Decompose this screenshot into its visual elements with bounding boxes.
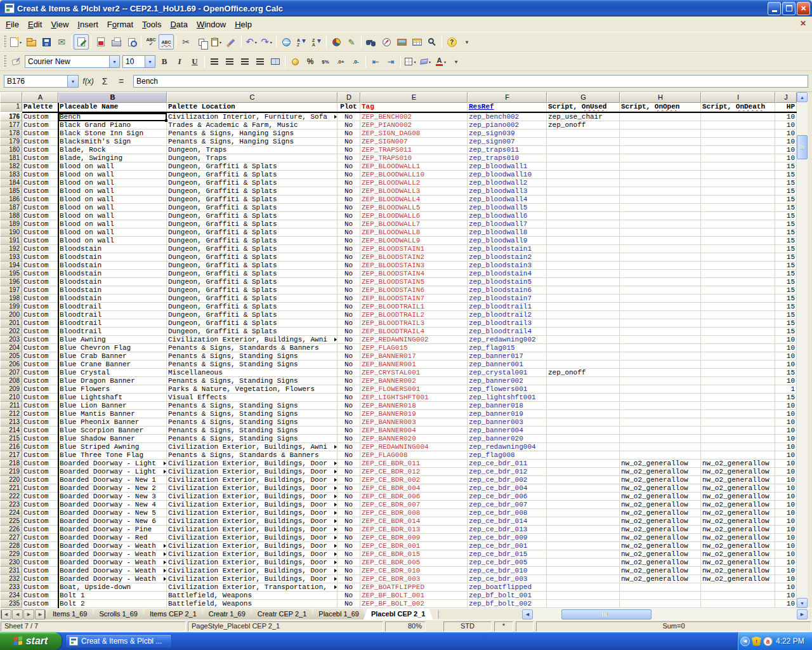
cell-location[interactable]: Civilization Exterior, Buildings, Door — [167, 550, 337, 559]
cell-script-ondeath[interactable]: nw_o2_generallow — [701, 542, 775, 550]
cell-script-ondeath[interactable] — [701, 129, 775, 138]
cell-script-onopen[interactable]: nw_o2_generallow — [620, 526, 701, 534]
cell-script-ondeath[interactable] — [701, 385, 775, 394]
cell-tag[interactable]: ZEP_SIGN_DAG08 — [360, 129, 468, 138]
toolbar-options-button[interactable]: ▾ — [449, 54, 464, 69]
cell-resref[interactable]: zep_bloodwall5 — [468, 204, 547, 212]
cell-tag[interactable]: ZEP_CE_BDR_002 — [360, 476, 468, 484]
cell-script-onopen[interactable] — [620, 418, 701, 427]
cell-script-ondeath[interactable] — [701, 303, 775, 311]
cell-name[interactable]: Bloodtrail — [58, 319, 167, 328]
row-header-190[interactable]: 190 — [0, 229, 22, 237]
menu-edit[interactable]: Edit — [23, 18, 46, 31]
cell-plot[interactable]: No — [337, 319, 360, 328]
open-button[interactable] — [23, 34, 39, 50]
cell-script-onused[interactable] — [547, 435, 620, 443]
cell-tag[interactable]: ZEP_BLOODSTAIN5 — [360, 278, 468, 286]
cell-script-onused[interactable] — [547, 336, 620, 344]
cell-resref[interactable]: zep_bloodwall1 — [468, 162, 547, 171]
cell-location[interactable]: Dungeon, Traps — [167, 154, 337, 162]
cell-script-ondeath[interactable] — [701, 311, 775, 319]
cell-palette[interactable]: Custom — [22, 509, 58, 517]
cell-hp[interactable]: 10 — [775, 559, 797, 567]
taskbar-window-button[interactable]: Creat & Items & Plcbl ... — [65, 634, 172, 648]
cell-plot[interactable]: No — [337, 212, 360, 220]
cell-plot[interactable]: No — [337, 286, 360, 295]
cell-hp[interactable]: 10 — [775, 113, 797, 121]
menu-view[interactable]: View — [46, 18, 73, 31]
cell-script-onopen[interactable]: nw_o2_generallow — [620, 476, 701, 484]
row-header-176[interactable]: 176 — [0, 113, 22, 121]
cell-plot[interactable]: No — [337, 278, 360, 286]
cell-resref[interactable]: zep_ce_bdr_003 — [468, 575, 547, 583]
cell-name[interactable]: Blade, Rock — [58, 146, 167, 154]
underline-button[interactable]: U — [187, 54, 202, 69]
cell-palette[interactable]: Custom — [22, 171, 58, 179]
cell-script-onused[interactable] — [547, 154, 620, 162]
cell-name[interactable]: Blood on wall — [58, 204, 167, 212]
navigator-button[interactable] — [379, 34, 394, 50]
row-header-211[interactable]: 211 — [0, 402, 22, 410]
cell-script-onused[interactable] — [547, 270, 620, 278]
cell-tag[interactable]: ZEP_BLOODTRAIL1 — [360, 303, 468, 311]
cell-hp[interactable]: 1 — [775, 385, 797, 394]
cell-name[interactable]: Boarded Doorway - Weath — [58, 567, 167, 575]
cell-hp[interactable]: 15 — [775, 237, 797, 245]
cell-name[interactable]: Blue Crystal — [58, 369, 167, 377]
zoom-button[interactable] — [424, 34, 440, 50]
cell-name[interactable]: Bloodtrail — [58, 303, 167, 311]
row-header-181[interactable]: 181 — [0, 154, 22, 162]
cell-script-onused[interactable] — [547, 427, 620, 435]
cell-resref[interactable]: zep_redawning002 — [468, 336, 547, 344]
cell-palette[interactable]: Custom — [22, 542, 58, 550]
cell-resref[interactable]: zep_ce_bdr_008 — [468, 509, 547, 517]
cell-location[interactable]: Civilization Exterior, Transportation, — [167, 583, 337, 592]
cell-script-ondeath[interactable] — [701, 418, 775, 427]
cell-tag[interactable]: ZEP_TRAPS010 — [360, 154, 468, 162]
hyperlink-button[interactable] — [278, 34, 294, 50]
increase-indent-button[interactable]: ⇥ — [383, 54, 398, 69]
cell-location[interactable]: Miscellaneous — [167, 369, 337, 377]
cell-resref[interactable]: zep_ce_bdr_005 — [468, 559, 547, 567]
cell-script-onused[interactable] — [547, 361, 620, 369]
cell-resref[interactable]: zep_ce_bdr_002 — [468, 476, 547, 484]
cell-script-onopen[interactable]: nw_o2_generallow — [620, 460, 701, 468]
cell-script-onopen[interactable] — [620, 394, 701, 402]
chevron-down-icon[interactable]: ▾ — [444, 60, 446, 64]
cell-script-onopen[interactable] — [620, 377, 701, 385]
horizontal-scroll-track[interactable] — [533, 609, 797, 620]
cell-hp[interactable]: 10 — [775, 377, 797, 385]
chevron-down-icon[interactable]: ▼ — [67, 76, 78, 87]
cell-script-onused[interactable] — [547, 212, 620, 220]
cell-palette[interactable]: Custom — [22, 427, 58, 435]
cell-resref[interactable]: zep_bloodtrail3 — [468, 319, 547, 328]
cell-script-ondeath[interactable]: nw_o2_generallow — [701, 567, 775, 575]
cell-script-onopen[interactable] — [620, 162, 701, 171]
cell-script-onopen[interactable]: nw_o2_generallow — [620, 567, 701, 575]
cell-resref[interactable]: zep_lightshft001 — [468, 394, 547, 402]
cell-resref[interactable]: zep_crystal001 — [468, 369, 547, 377]
cell-name[interactable]: Blacksmith's Sign — [58, 138, 167, 146]
cell-location[interactable]: Civilization Exterior, Buildings, Door — [167, 509, 337, 517]
cell-name[interactable]: Bloodstain — [58, 286, 167, 295]
cell-name[interactable]: Blood on wall — [58, 237, 167, 245]
cell-palette[interactable]: Custom — [22, 113, 58, 121]
header-cell[interactable]: Script, OnDeath — [701, 103, 775, 112]
vertical-scroll-track[interactable] — [797, 102, 808, 598]
row-header-235[interactable]: 235 — [0, 600, 22, 608]
cell-name[interactable]: Boarded Doorway - New 3 — [58, 493, 167, 501]
start-button[interactable]: start — [0, 632, 62, 650]
row-header-180[interactable]: 180 — [0, 146, 22, 154]
row-header-226[interactable]: 226 — [0, 526, 22, 534]
cell-script-ondeath[interactable] — [701, 369, 775, 377]
cell-hp[interactable]: 10 — [775, 534, 797, 542]
cell-script-onopen[interactable]: nw_o2_generallow — [620, 501, 701, 509]
chevron-down-icon[interactable]: ▾ — [429, 60, 431, 64]
row-header-196[interactable]: 196 — [0, 278, 22, 286]
header-cell[interactable]: ResRef — [468, 103, 547, 112]
cell-hp[interactable]: 10 — [775, 344, 797, 352]
tab-area-splitter[interactable] — [436, 610, 439, 619]
cell-plot[interactable]: No — [337, 196, 360, 204]
cell-script-onused[interactable] — [547, 286, 620, 295]
cell-script-onopen[interactable] — [620, 113, 701, 121]
